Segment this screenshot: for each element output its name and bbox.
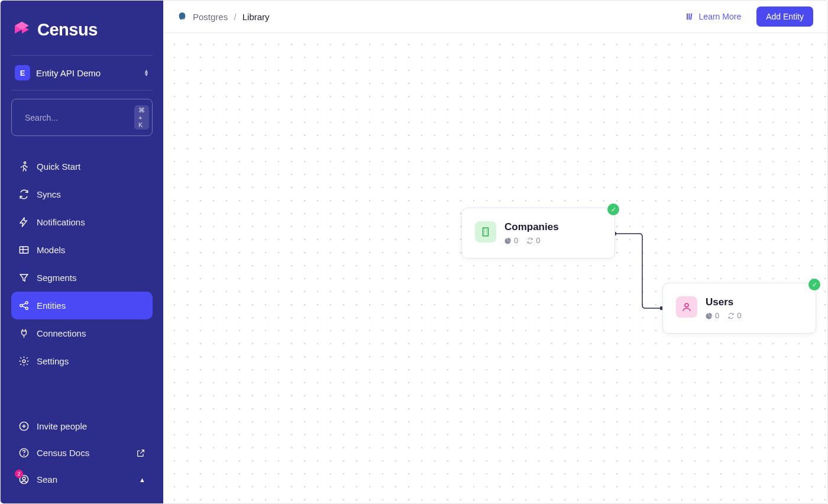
help-circle-icon [18,447,30,458]
sync-small-icon [727,312,735,319]
breadcrumb-current: Library [242,12,270,22]
share-nodes-icon [18,300,30,311]
search-input[interactable]: ⌘ + K [11,99,153,136]
building-icon [475,221,496,243]
svg-point-11 [22,360,25,363]
search-shortcut: ⌘ + K [134,105,149,130]
svg-point-16 [24,455,24,455]
node-body: Companies 0 0 [504,221,559,245]
svg-rect-19 [687,14,688,20]
svg-line-9 [22,303,25,305]
svg-rect-3 [20,247,28,253]
connector-line [613,231,666,311]
syncs-stat: 0 [727,311,741,320]
svg-rect-21 [690,14,692,20]
sidebar-item-entities[interactable]: Entities [11,292,153,319]
svg-point-2 [24,162,26,164]
node-stats: 0 0 [504,236,559,245]
svg-rect-20 [688,14,690,20]
pie-icon [504,237,512,244]
footer-label: Census Docs [37,448,89,458]
nav-label: Notifications [37,217,85,227]
footer-label: Invite people [37,421,87,431]
plug-icon [18,328,30,339]
breadcrumb: Postgres / Library [193,12,270,22]
brand-name: Census [37,20,98,40]
user-icon [676,296,697,318]
logo[interactable]: Census [11,20,153,40]
nav-label: Syncs [37,189,61,199]
nav-label: Settings [37,356,69,366]
svg-line-10 [22,306,25,308]
syncs-stat: 0 [526,236,540,245]
chevron-updown-icon: ▲▼ [144,69,149,76]
org-switcher[interactable]: E Entity API Demo ▲▼ [11,56,153,90]
segments-stat: 0 [504,236,518,245]
sidebar-item-segments[interactable]: Segments [11,264,153,292]
learn-more-label: Learn More [699,12,742,21]
node-title: Companies [504,221,559,233]
divider [11,90,153,91]
gear-icon [18,356,30,367]
check-icon: ✓ [607,203,619,215]
filter-icon [18,272,30,283]
user-menu[interactable]: 2 Sean ▲ [11,466,153,493]
pie-icon [706,312,713,319]
svg-rect-22 [483,228,489,236]
running-icon [18,161,30,172]
main: Postgres / Library Learn More Add Entity… [163,1,827,503]
postgres-icon [177,12,187,21]
check-icon: ✓ [808,279,820,290]
library-icon [685,12,695,21]
census-docs[interactable]: Census Docs [11,440,153,466]
sidebar-item-models[interactable]: Models [11,236,153,264]
nav-label: Segments [37,273,77,283]
search-field[interactable] [25,113,128,122]
svg-point-18 [22,477,25,480]
sync-icon [18,189,30,200]
external-link-icon [136,448,145,458]
breadcrumb-source[interactable]: Postgres [193,12,228,22]
canvas[interactable]: ✓ Companies 0 0 ✓ [163,33,827,503]
breadcrumb-separator: / [234,12,236,22]
org-badge: E [15,65,30,80]
chevron-up-icon: ▲ [139,476,145,483]
topbar: Postgres / Library Learn More Add Entity [163,1,827,33]
sidebar-item-syncs[interactable]: Syncs [11,180,153,208]
learn-more-link[interactable]: Learn More [685,12,742,21]
nav-label: Entities [37,301,66,311]
segments-stat: 0 [706,311,719,320]
bolt-icon [18,217,30,228]
svg-point-29 [685,303,688,307]
org-name: Entity API Demo [36,68,138,78]
node-body: Users 0 0 [706,296,741,320]
sidebar-item-notifications[interactable]: Notifications [11,208,153,236]
sidebar: Census E Entity API Demo ▲▼ ⌘ + K Quick … [1,1,163,503]
add-entity-button[interactable]: Add Entity [756,7,813,27]
sidebar-item-settings[interactable]: Settings [11,347,153,375]
notification-count: 2 [15,470,23,478]
nav-label: Quick Start [37,161,80,172]
user-name: Sean [37,474,57,484]
logo-icon [11,20,33,40]
entity-node-users[interactable]: ✓ Users 0 0 [662,283,816,334]
node-title: Users [706,296,741,308]
node-stats: 0 0 [706,311,741,320]
invite-people[interactable]: Invite people [11,413,153,440]
nav-label: Models [37,245,65,255]
sync-small-icon [526,237,533,244]
table-icon [18,244,30,256]
entity-node-companies[interactable]: ✓ Companies 0 0 [461,208,615,259]
sidebar-item-connections[interactable]: Connections [11,319,153,347]
plus-circle-icon [18,421,30,432]
sidebar-item-quickstart[interactable]: Quick Start [11,153,153,180]
nav-label: Connections [37,328,86,338]
nav: Quick Start Syncs Notifications Models S… [11,153,153,375]
